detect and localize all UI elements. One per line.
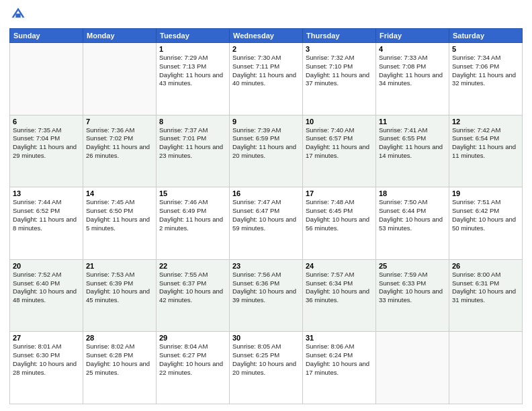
- day-number: 29: [159, 334, 226, 342]
- day-cell: 18Sunrise: 7:50 AM Sunset: 6:44 PM Dayli…: [376, 187, 449, 260]
- day-number: 25: [379, 262, 446, 270]
- day-cell: 31Sunrise: 8:06 AM Sunset: 6:24 PM Dayli…: [303, 332, 376, 404]
- day-cell: 15Sunrise: 7:46 AM Sunset: 6:49 PM Dayli…: [157, 187, 230, 260]
- day-cell: 13Sunrise: 7:44 AM Sunset: 6:52 PM Dayli…: [10, 187, 83, 260]
- day-info: Sunrise: 7:42 AM Sunset: 6:54 PM Dayligh…: [452, 126, 519, 161]
- day-number: 22: [159, 262, 226, 270]
- day-number: 7: [86, 118, 153, 126]
- calendar-header: SundayMondayTuesdayWednesdayThursdayFrid…: [10, 29, 523, 43]
- day-cell: 26Sunrise: 8:00 AM Sunset: 6:31 PM Dayli…: [449, 259, 523, 332]
- day-info: Sunrise: 7:29 AM Sunset: 7:13 PM Dayligh…: [159, 54, 226, 88]
- day-info: Sunrise: 7:37 AM Sunset: 7:01 PM Dayligh…: [159, 126, 226, 161]
- week-row-5: 27Sunrise: 8:01 AM Sunset: 6:30 PM Dayli…: [10, 332, 523, 404]
- day-info: Sunrise: 7:33 AM Sunset: 7:08 PM Dayligh…: [379, 54, 446, 88]
- day-cell: 30Sunrise: 8:05 AM Sunset: 6:25 PM Dayli…: [230, 332, 303, 404]
- day-cell: 6Sunrise: 7:35 AM Sunset: 7:04 PM Daylig…: [10, 115, 83, 187]
- day-info: Sunrise: 7:55 AM Sunset: 6:37 PM Dayligh…: [159, 271, 226, 305]
- day-number: 2: [232, 45, 300, 53]
- week-row-1: 1Sunrise: 7:29 AM Sunset: 7:13 PM Daylig…: [10, 43, 523, 116]
- week-row-4: 20Sunrise: 7:52 AM Sunset: 6:40 PM Dayli…: [10, 259, 523, 332]
- day-cell: 17Sunrise: 7:48 AM Sunset: 6:45 PM Dayli…: [303, 187, 376, 260]
- svg-rect-2: [15, 13, 20, 17]
- header-day-monday: Monday: [83, 29, 157, 43]
- day-number: 18: [379, 189, 446, 197]
- day-info: Sunrise: 7:32 AM Sunset: 7:10 PM Dayligh…: [306, 54, 373, 88]
- day-cell: 7Sunrise: 7:36 AM Sunset: 7:02 PM Daylig…: [83, 115, 157, 187]
- day-info: Sunrise: 7:56 AM Sunset: 6:36 PM Dayligh…: [232, 271, 300, 305]
- page: SundayMondayTuesdayWednesdayThursdayFrid…: [0, 0, 532, 411]
- day-info: Sunrise: 8:06 AM Sunset: 6:24 PM Dayligh…: [306, 342, 373, 377]
- day-number: 10: [306, 118, 373, 126]
- day-info: Sunrise: 7:39 AM Sunset: 6:59 PM Dayligh…: [232, 126, 300, 161]
- day-number: 17: [306, 189, 373, 197]
- day-info: Sunrise: 7:34 AM Sunset: 7:06 PM Dayligh…: [452, 54, 519, 88]
- day-number: 26: [452, 262, 519, 270]
- day-number: 24: [306, 262, 373, 270]
- week-row-2: 6Sunrise: 7:35 AM Sunset: 7:04 PM Daylig…: [10, 115, 523, 187]
- day-cell: 24Sunrise: 7:57 AM Sunset: 6:34 PM Dayli…: [303, 259, 376, 332]
- day-info: Sunrise: 7:48 AM Sunset: 6:45 PM Dayligh…: [306, 198, 373, 232]
- day-info: Sunrise: 7:50 AM Sunset: 6:44 PM Dayligh…: [379, 198, 446, 232]
- day-info: Sunrise: 7:35 AM Sunset: 7:04 PM Dayligh…: [13, 126, 80, 161]
- day-cell: 23Sunrise: 7:56 AM Sunset: 6:36 PM Dayli…: [230, 259, 303, 332]
- day-number: 27: [13, 334, 80, 342]
- day-info: Sunrise: 7:46 AM Sunset: 6:49 PM Dayligh…: [159, 198, 226, 232]
- day-cell: 21Sunrise: 7:53 AM Sunset: 6:39 PM Dayli…: [83, 259, 157, 332]
- day-cell: [83, 43, 157, 116]
- day-cell: 14Sunrise: 7:45 AM Sunset: 6:50 PM Dayli…: [83, 187, 157, 260]
- day-cell: 27Sunrise: 8:01 AM Sunset: 6:30 PM Dayli…: [10, 332, 83, 404]
- day-info: Sunrise: 7:36 AM Sunset: 7:02 PM Dayligh…: [86, 126, 153, 161]
- day-number: 16: [232, 189, 300, 197]
- header-day-tuesday: Tuesday: [157, 29, 230, 43]
- logo-icon: [11, 7, 26, 21]
- day-info: Sunrise: 8:02 AM Sunset: 6:28 PM Dayligh…: [86, 342, 153, 377]
- day-info: Sunrise: 8:05 AM Sunset: 6:25 PM Dayligh…: [232, 342, 300, 377]
- day-info: Sunrise: 8:04 AM Sunset: 6:27 PM Dayligh…: [159, 342, 226, 377]
- day-cell: 5Sunrise: 7:34 AM Sunset: 7:06 PM Daylig…: [449, 43, 523, 116]
- day-cell: 10Sunrise: 7:40 AM Sunset: 6:57 PM Dayli…: [303, 115, 376, 187]
- day-number: 8: [159, 118, 226, 126]
- day-cell: 29Sunrise: 8:04 AM Sunset: 6:27 PM Dayli…: [157, 332, 230, 404]
- day-cell: 25Sunrise: 7:59 AM Sunset: 6:33 PM Dayli…: [376, 259, 449, 332]
- day-info: Sunrise: 7:51 AM Sunset: 6:42 PM Dayligh…: [452, 198, 519, 232]
- header-row: SundayMondayTuesdayWednesdayThursdayFrid…: [10, 29, 523, 43]
- day-number: 21: [86, 262, 153, 270]
- day-cell: 1Sunrise: 7:29 AM Sunset: 7:13 PM Daylig…: [157, 43, 230, 116]
- day-info: Sunrise: 7:41 AM Sunset: 6:55 PM Dayligh…: [379, 126, 446, 161]
- day-cell: 19Sunrise: 7:51 AM Sunset: 6:42 PM Dayli…: [449, 187, 523, 260]
- logo: [9, 7, 27, 24]
- day-cell: 12Sunrise: 7:42 AM Sunset: 6:54 PM Dayli…: [449, 115, 523, 187]
- header-day-saturday: Saturday: [449, 29, 523, 43]
- day-number: 3: [306, 45, 373, 53]
- day-number: 12: [452, 118, 519, 126]
- day-cell: 16Sunrise: 7:47 AM Sunset: 6:47 PM Dayli…: [230, 187, 303, 260]
- day-number: 1: [159, 45, 226, 53]
- day-info: Sunrise: 7:30 AM Sunset: 7:11 PM Dayligh…: [232, 54, 300, 88]
- header: [9, 7, 523, 24]
- day-number: 5: [452, 45, 519, 53]
- day-number: 14: [86, 189, 153, 197]
- header-day-sunday: Sunday: [10, 29, 83, 43]
- header-day-friday: Friday: [376, 29, 449, 43]
- day-cell: [449, 332, 523, 404]
- day-number: 28: [86, 334, 153, 342]
- day-info: Sunrise: 7:52 AM Sunset: 6:40 PM Dayligh…: [13, 271, 80, 305]
- day-number: 15: [159, 189, 226, 197]
- day-cell: 9Sunrise: 7:39 AM Sunset: 6:59 PM Daylig…: [230, 115, 303, 187]
- day-cell: 4Sunrise: 7:33 AM Sunset: 7:08 PM Daylig…: [376, 43, 449, 116]
- day-number: 20: [13, 262, 80, 270]
- day-number: 23: [232, 262, 300, 270]
- day-cell: [10, 43, 83, 116]
- day-number: 4: [379, 45, 446, 53]
- day-info: Sunrise: 8:00 AM Sunset: 6:31 PM Dayligh…: [452, 271, 519, 305]
- day-info: Sunrise: 8:01 AM Sunset: 6:30 PM Dayligh…: [13, 342, 80, 377]
- day-info: Sunrise: 7:53 AM Sunset: 6:39 PM Dayligh…: [86, 271, 153, 305]
- day-cell: 28Sunrise: 8:02 AM Sunset: 6:28 PM Dayli…: [83, 332, 157, 404]
- day-info: Sunrise: 7:59 AM Sunset: 6:33 PM Dayligh…: [379, 271, 446, 305]
- day-cell: 2Sunrise: 7:30 AM Sunset: 7:11 PM Daylig…: [230, 43, 303, 116]
- day-info: Sunrise: 7:45 AM Sunset: 6:50 PM Dayligh…: [86, 198, 153, 232]
- calendar-table: SundayMondayTuesdayWednesdayThursdayFrid…: [9, 28, 523, 404]
- day-number: 9: [232, 118, 300, 126]
- day-info: Sunrise: 7:47 AM Sunset: 6:47 PM Dayligh…: [232, 198, 300, 232]
- day-cell: 11Sunrise: 7:41 AM Sunset: 6:55 PM Dayli…: [376, 115, 449, 187]
